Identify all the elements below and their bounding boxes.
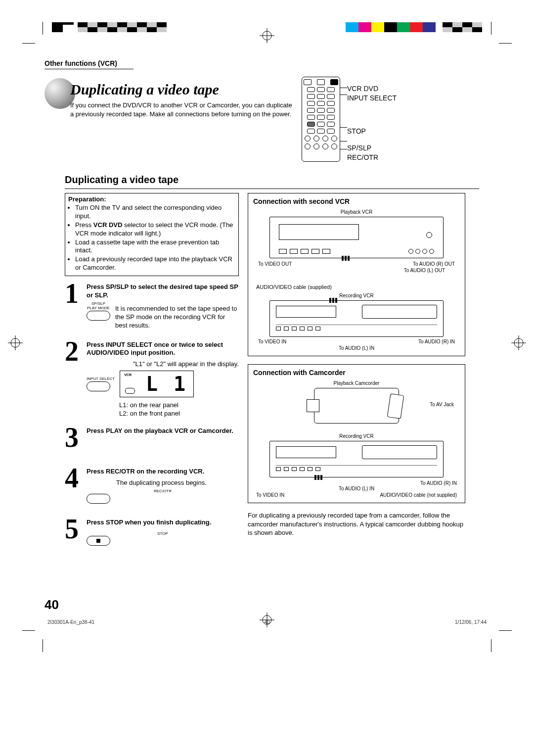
cable-label: AUDIO/VIDEO cable (supplied) bbox=[256, 284, 460, 290]
step-note: The duplicating process begins. bbox=[116, 479, 239, 487]
connection-camcorder-box: Connection with Camcorder Playback Camco… bbox=[248, 364, 465, 503]
connection-vcr-box: Connection with second VCR Playback VCR … bbox=[248, 193, 465, 356]
stop-icon bbox=[96, 539, 100, 543]
jack-label: To AUDIO (R) IN bbox=[420, 480, 457, 486]
preparation-box: Preparation: Turn ON the TV and select t… bbox=[65, 193, 239, 276]
register-mark-right bbox=[511, 335, 526, 350]
connection-title: Connection with Camcorder bbox=[253, 369, 460, 377]
jack-label: To AUDIO (R) IN bbox=[418, 339, 455, 344]
step-4: 4 Press REC/OTR on the recording VCR. Th… bbox=[65, 468, 239, 504]
step-note: L2: on the front panel bbox=[119, 410, 239, 418]
step-note: It is recommended to set the tape speed … bbox=[115, 305, 239, 330]
remote-label-vcr-dvd: VCR DVD bbox=[347, 85, 397, 93]
breadcrumb: Other functions (VCR) bbox=[44, 59, 134, 69]
step-head: Press INPUT SELECT once or twice to sele… bbox=[87, 341, 239, 358]
display-panel-icon: VCR L 1 bbox=[120, 371, 194, 397]
prep-item: Load a previously recorded tape into the… bbox=[75, 255, 235, 272]
right-column: Connection with second VCR Playback VCR … bbox=[248, 193, 465, 546]
step-2: 2 Press INPUT SELECT once or twice to se… bbox=[65, 341, 239, 418]
diagram-label: Recording VCR bbox=[253, 293, 460, 298]
stop-button-icon bbox=[87, 536, 110, 546]
prep-item: Press VCR DVD selector to select the VCR… bbox=[75, 221, 235, 238]
footer-page: 40 bbox=[264, 619, 269, 625]
cable-label: AUDIO/VIDEO cable (not supplied) bbox=[380, 492, 457, 498]
remote-label-sp-slp: SP/SLP bbox=[347, 144, 397, 152]
diagram-label: Recording VCR bbox=[253, 433, 460, 439]
button-label: STOP bbox=[87, 532, 239, 536]
playback-vcr-icon bbox=[269, 217, 444, 258]
page-title: Duplicating a video tape bbox=[70, 81, 295, 98]
step-note: L1: on the rear panel bbox=[119, 401, 239, 410]
connection-title: Connection with second VCR bbox=[253, 197, 460, 205]
remote-label-input-select: INPUT SELECT bbox=[347, 94, 397, 102]
remote-label-stop: STOP bbox=[347, 127, 397, 136]
step-number: 2 bbox=[65, 341, 83, 362]
step-head: Press REC/OTR on the recording VCR. bbox=[87, 468, 239, 476]
title-row: Duplicating a video tape If you connect … bbox=[44, 78, 295, 118]
jack-label: To AUDIO (L) IN bbox=[253, 486, 460, 491]
recording-vcr-icon bbox=[269, 441, 444, 477]
section-heading: Duplicating a video tape bbox=[65, 174, 479, 189]
jack-label: To AUDIO (L) OUT bbox=[253, 268, 445, 273]
sp-slp-button-icon bbox=[87, 311, 110, 321]
prep-item: Turn ON the TV and select the correspond… bbox=[75, 204, 235, 221]
footer-timestamp: 1/12/06, 17:44 bbox=[455, 619, 487, 625]
step-number: 4 bbox=[65, 468, 83, 488]
remote-control-diagram: VCR DVD INPUT SELECT STOP SP/SLP REC/OTR bbox=[302, 77, 445, 162]
step-head: Press SP/SLP to select the desired tape … bbox=[87, 283, 239, 300]
input-select-button-icon bbox=[87, 381, 110, 391]
display-vcr-label: VCR bbox=[124, 373, 132, 377]
footer: 2I30301A-En_p38-41 40 1/12/06, 17:44 bbox=[47, 619, 487, 625]
content-columns: Preparation: Turn ON the TV and select t… bbox=[65, 193, 479, 546]
jack-label: To AUDIO (R) OUT bbox=[413, 261, 455, 267]
camcorder-paragraph: For duplicating a previously recorded ta… bbox=[248, 511, 465, 537]
jack-label: To VIDEO IN bbox=[256, 492, 284, 498]
register-mark-top bbox=[260, 28, 274, 43]
document-page: Other functions (VCR) Duplicating a vide… bbox=[0, 0, 534, 756]
jack-label: To AV Jack bbox=[430, 402, 454, 407]
button-label: REC/OTR bbox=[87, 489, 239, 494]
step-5: 5 Press STOP when you finish duplicating… bbox=[65, 519, 239, 546]
step-number: 1 bbox=[65, 283, 83, 304]
diagram-label: Playback Camcorder bbox=[253, 380, 460, 386]
jack-label: To VIDEO OUT bbox=[258, 261, 292, 267]
button-label: PLAY MODE bbox=[87, 306, 110, 311]
step-note: "L1" or "L2" will appear in the display. bbox=[87, 360, 239, 369]
rec-otr-button-icon bbox=[87, 494, 110, 504]
camcorder-icon bbox=[314, 388, 399, 424]
step-3: 3 Press PLAY on the playback VCR or Camc… bbox=[65, 427, 239, 448]
remote-label-rec-otr: REC/OTR bbox=[347, 153, 397, 162]
remote-icon bbox=[302, 77, 340, 162]
footer-filename: 2I30301A-En_p38-41 bbox=[47, 619, 94, 625]
button-label: INPUT SELECT bbox=[87, 377, 115, 381]
display-value: L 1 bbox=[146, 373, 187, 395]
step-head: Press STOP when you finish duplicating. bbox=[87, 519, 239, 527]
page-number: 40 bbox=[44, 597, 59, 613]
diagram-label: Playback VCR bbox=[253, 209, 460, 215]
prep-item: Load a cassette tape with the erase prev… bbox=[75, 238, 235, 255]
step-number: 5 bbox=[65, 519, 83, 539]
left-column: Preparation: Turn ON the TV and select t… bbox=[65, 193, 239, 546]
jack-label: To AUDIO (L) IN bbox=[253, 345, 460, 351]
intro-text: If you connect the DVD/VCR to another VC… bbox=[70, 101, 295, 118]
step-1: 1 Press SP/SLP to select the desired tap… bbox=[65, 283, 239, 330]
step-number: 3 bbox=[65, 427, 83, 448]
jack-label: To VIDEO IN bbox=[258, 339, 286, 344]
register-mark-left bbox=[8, 335, 23, 350]
preparation-title: Preparation: bbox=[68, 195, 235, 203]
step-head: Press PLAY on the playback VCR or Camcor… bbox=[87, 427, 239, 435]
recording-vcr-icon bbox=[269, 300, 444, 337]
